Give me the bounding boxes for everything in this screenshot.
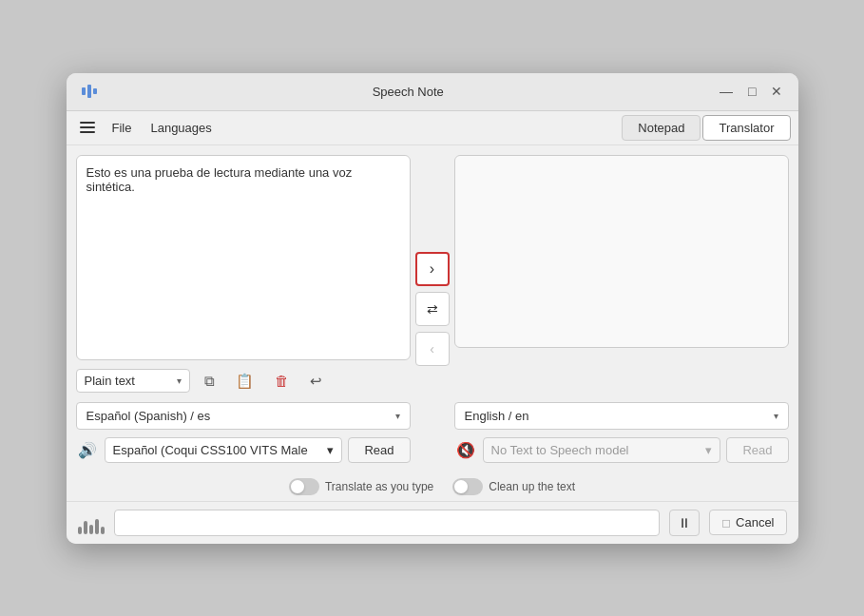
format-select-value: Plain text: [85, 374, 135, 388]
right-panel: English / en ▾ 🔇 No Text to Speech model…: [454, 155, 789, 463]
maximize-button[interactable]: □: [744, 80, 759, 103]
translate-as-you-type-toggle-row: Translate as you type: [289, 478, 433, 495]
progress-input[interactable]: [114, 510, 661, 536]
center-controls: › ⇄ ‹: [411, 155, 454, 463]
target-tts-model-value: No Text to Speech model: [491, 443, 629, 457]
app-window: Speech Note — □ ✕ File Languages Notepad…: [67, 73, 798, 544]
clean-up-toggle[interactable]: [452, 478, 483, 495]
source-language-select[interactable]: Español (Spanish) / es ▾: [76, 402, 411, 430]
clean-up-toggle-row: Clean up the text: [452, 478, 575, 495]
target-text-area-wrapper: [454, 155, 789, 348]
window-controls: — □ ✕: [716, 80, 786, 103]
translate-as-you-type-toggle[interactable]: [289, 478, 319, 495]
translate-left-button[interactable]: ‹: [415, 332, 450, 366]
trash-icon: 🗑: [275, 373, 289, 389]
minimize-button[interactable]: —: [716, 80, 737, 103]
source-tts-row: 🔊 Español (Coqui CSS100 VITS Male ▾ Read: [76, 437, 411, 463]
translate-right-button[interactable]: ›: [415, 252, 450, 286]
source-toolbar: Plain text ▾ ⧉ 📋 🗑 ↩: [76, 368, 411, 395]
target-textarea[interactable]: [454, 155, 789, 348]
target-tts-model-select[interactable]: No Text to Speech model ▾: [483, 437, 721, 463]
audio-bar: [101, 527, 105, 534]
tab-notepad[interactable]: Notepad: [622, 115, 701, 141]
paste-icon: 📋: [236, 373, 254, 390]
copy-icon: ⧉: [204, 373, 215, 390]
chevron-down-icon: ▾: [395, 411, 400, 421]
chevron-down-icon: ▾: [705, 443, 712, 457]
audio-visualizer: [78, 511, 105, 534]
format-select[interactable]: Plain text ▾: [76, 369, 190, 393]
chevron-down-icon: ▾: [774, 411, 778, 421]
source-speaker-icon: 🔊: [76, 438, 99, 461]
chevron-down-icon: ▾: [327, 443, 334, 457]
languages-menu[interactable]: Languages: [143, 117, 219, 139]
audio-bar: [78, 527, 82, 534]
paste-button[interactable]: 📋: [229, 368, 260, 395]
cancel-label: Cancel: [736, 515, 774, 529]
source-language-value: Español (Spanish) / es: [86, 409, 211, 423]
svg-rect-1: [87, 85, 91, 98]
target-speaker-icon: 🔇: [454, 438, 477, 461]
target-language-value: English / en: [465, 409, 529, 423]
bottom-toggles: Translate as you type Clean up the text: [67, 472, 798, 501]
translate-as-you-type-label: Translate as you type: [325, 480, 433, 493]
source-text-area-wrapper: [76, 155, 411, 360]
copy-button[interactable]: ⧉: [198, 368, 221, 395]
hamburger-menu[interactable]: [74, 118, 101, 137]
app-icon: [78, 80, 101, 103]
cancel-button[interactable]: ◻ Cancel: [709, 510, 786, 535]
target-read-button[interactable]: Read: [726, 437, 788, 463]
source-tts-model-value: Español (Coqui CSS100 VITS Male: [113, 443, 308, 457]
file-menu[interactable]: File: [105, 117, 140, 139]
main-content: Plain text ▾ ⧉ 📋 🗑 ↩ Español (Spanish) /…: [67, 145, 798, 472]
audio-bar: [84, 521, 87, 534]
hamburger-line: [80, 126, 95, 128]
source-tts-model-select[interactable]: Español (Coqui CSS100 VITS Male ▾: [105, 437, 343, 463]
cancel-icon: ◻: [721, 516, 731, 529]
hamburger-line: [80, 131, 95, 133]
target-tts-row: 🔇 No Text to Speech model ▾ Read: [454, 437, 789, 463]
source-textarea[interactable]: [76, 155, 411, 360]
app-title: Speech Note: [373, 85, 444, 99]
swap-languages-button[interactable]: ⇄: [415, 292, 450, 326]
target-language-select[interactable]: English / en ▾: [454, 402, 789, 430]
pause-icon: ⏸: [678, 515, 691, 530]
svg-rect-2: [93, 88, 97, 94]
hamburger-line: [80, 122, 95, 124]
undo-button[interactable]: ↩: [303, 368, 329, 395]
chevron-right-icon: ›: [430, 260, 434, 278]
clean-up-label: Clean up the text: [489, 480, 575, 493]
close-button[interactable]: ✕: [767, 80, 786, 103]
tab-translator[interactable]: Translator: [702, 115, 790, 141]
audio-bar: [95, 519, 99, 534]
svg-rect-0: [82, 87, 86, 95]
undo-icon: ↩: [310, 373, 322, 390]
menubar: File Languages Notepad Translator: [67, 111, 798, 145]
titlebar: Speech Note — □ ✕: [67, 73, 798, 111]
audio-bar: [89, 525, 93, 534]
left-panel: Plain text ▾ ⧉ 📋 🗑 ↩ Español (Spanish) /…: [76, 155, 411, 463]
pause-button[interactable]: ⏸: [669, 510, 700, 536]
bottom-bar: ⏸ ◻ Cancel: [67, 501, 798, 544]
delete-button[interactable]: 🗑: [268, 368, 296, 394]
source-read-button[interactable]: Read: [348, 437, 410, 463]
view-tabs: Notepad Translator: [622, 115, 790, 141]
chevron-down-icon: ▾: [177, 375, 182, 386]
chevron-left-icon: ‹: [430, 341, 434, 356]
swap-icon: ⇄: [427, 301, 438, 317]
